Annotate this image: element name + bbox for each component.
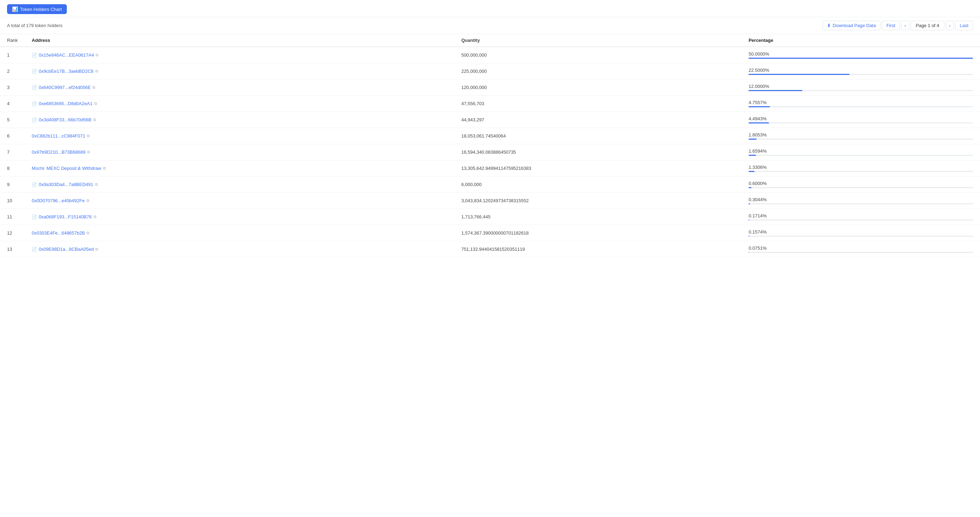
quantity-cell: 18,053,061.74540064 bbox=[454, 128, 741, 144]
copy-icon[interactable]: ⧉ bbox=[94, 215, 96, 219]
address-cell: 📄0x9cbEe17B...3aebBD2C8⧉ bbox=[25, 63, 454, 80]
column-quantity: Quantity bbox=[454, 34, 741, 47]
page-info: Page 1 of 4 bbox=[911, 21, 945, 30]
percentage-bar-fill bbox=[749, 252, 749, 253]
percentage-bar-bg bbox=[749, 90, 973, 91]
download-page-data-button[interactable]: ⬇ Download Page Data bbox=[822, 21, 880, 30]
last-page-button[interactable]: Last bbox=[955, 21, 973, 30]
prev-page-button[interactable]: ‹ bbox=[901, 21, 909, 30]
copy-icon[interactable]: ⧉ bbox=[87, 150, 90, 154]
first-page-button[interactable]: First bbox=[882, 21, 900, 30]
rank-cell: 1 bbox=[0, 47, 25, 63]
percentage-bar-bg bbox=[749, 171, 973, 172]
address-text: 0x0D070796...e40b492Fe bbox=[32, 198, 84, 203]
rank-cell: 2 bbox=[0, 63, 25, 80]
percentage-text: 0.6000% bbox=[749, 181, 973, 186]
percentage-bar-fill bbox=[749, 138, 757, 140]
address-text: 0xe6853695...D8d0A2eA1 bbox=[39, 101, 92, 106]
rank-cell: 12 bbox=[0, 225, 25, 241]
table-row: 2📄0x9cbEe17B...3aebBD2C8⧉225,000,00022.5… bbox=[0, 63, 980, 80]
address-text: 0x97b9D210...B73B68689 bbox=[32, 150, 86, 155]
column-address: Address bbox=[25, 34, 454, 47]
percentage-cell: 0.1714% bbox=[741, 209, 980, 225]
rank-cell: 11 bbox=[0, 209, 25, 225]
copy-icon[interactable]: ⧉ bbox=[92, 85, 95, 90]
rank-cell: 6 bbox=[0, 128, 25, 144]
copy-icon[interactable]: ⧉ bbox=[94, 101, 97, 106]
percentage-bar-fill bbox=[749, 74, 850, 75]
address-link[interactable]: 📄0xe6853695...D8d0A2eA1⧉ bbox=[32, 101, 97, 106]
rank-cell: 8 bbox=[0, 161, 25, 177]
contract-icon: 📄 bbox=[32, 85, 37, 90]
address-link[interactable]: 📄0x9a303Da4...7a8BED491⧉ bbox=[32, 182, 98, 187]
address-cell: 📄0x640C9997...ef24d056E⧉ bbox=[25, 80, 454, 95]
percentage-bar-bg bbox=[749, 252, 973, 253]
percentage-bar-fill bbox=[749, 155, 756, 156]
quantity-cell: 500,000,000 bbox=[454, 47, 741, 63]
percentage-text: 0.1574% bbox=[749, 229, 973, 235]
quantity-cell: 6,000,000 bbox=[454, 177, 741, 193]
address-link[interactable]: 📄0xa068F193...F15140B76⧉ bbox=[32, 214, 96, 220]
address-text: 0x9cbEe17B...3aebBD2C8 bbox=[39, 68, 93, 74]
percentage-cell: 1.8053% bbox=[741, 128, 980, 144]
address-link[interactable]: 📄0x3d408F33...66b70d56B⧉ bbox=[32, 117, 96, 122]
copy-icon[interactable]: ⧉ bbox=[87, 134, 90, 138]
next-page-button[interactable]: › bbox=[946, 21, 954, 30]
table-row: 11📄0xa068F193...F15140B76⧉1,713,766.4450… bbox=[0, 209, 980, 225]
contract-icon: 📄 bbox=[32, 69, 37, 74]
table-row: 4📄0xe6853695...D8d0A2eA1⧉47,556,7034.755… bbox=[0, 95, 980, 112]
percentage-bar-bg bbox=[749, 203, 973, 204]
percentage-text: 50.0000% bbox=[749, 51, 973, 57]
quantity-cell: 3,043,834.120249734738315552 bbox=[454, 193, 741, 209]
address-link[interactable]: 0x97b9D210...B73B68689⧉ bbox=[32, 150, 90, 155]
address-text: 0x3d408F33...66b70d56B bbox=[39, 117, 91, 122]
table-row: 120x0303E4Fe...648657b2B⧉1,574,367.39000… bbox=[0, 225, 980, 241]
copy-icon[interactable]: ⧉ bbox=[86, 231, 89, 235]
top-bar: 📊 Token Holders Chart bbox=[0, 0, 980, 17]
copy-icon[interactable]: ⧉ bbox=[103, 166, 106, 170]
address-link[interactable]: 📄0x9cbEe17B...3aebBD2C8⧉ bbox=[32, 68, 98, 74]
quantity-cell: 751,132.944041581520351119 bbox=[454, 241, 741, 258]
address-text: 0x9a303Da4...7a8BED491 bbox=[39, 182, 93, 187]
percentage-text: 4.4943% bbox=[749, 116, 973, 121]
table-row: 60xC882b111...cC984F071⧉18,053,061.74540… bbox=[0, 128, 980, 144]
address-link[interactable]: 📄0x09E98D1a...8CBaA05ed⧉ bbox=[32, 247, 98, 252]
table-row: 8Mochi: MEXC Deposit & Withdraw⧉13,305,6… bbox=[0, 161, 980, 177]
address-text: 0xa068F193...F15140B76 bbox=[39, 214, 91, 220]
address-link[interactable]: Mochi: MEXC Deposit & Withdraw⧉ bbox=[32, 165, 105, 171]
table-row: 13📄0x09E98D1a...8CBaA05ed⧉751,132.944041… bbox=[0, 241, 980, 258]
token-holders-chart-button[interactable]: 📊 Token Holders Chart bbox=[7, 4, 67, 14]
chart-button-label: Token Holders Chart bbox=[20, 7, 62, 12]
percentage-text: 1.6594% bbox=[749, 148, 973, 154]
percentage-bar-bg bbox=[749, 106, 973, 107]
copy-icon[interactable]: ⧉ bbox=[86, 198, 89, 203]
contract-icon: 📄 bbox=[32, 101, 37, 106]
percentage-bar-bg bbox=[749, 122, 973, 123]
address-link[interactable]: 0x0303E4Fe...648657b2B⧉ bbox=[32, 231, 89, 235]
percentage-bar-fill bbox=[749, 203, 750, 204]
percentage-cell: 1.6594% bbox=[741, 144, 980, 161]
address-cell: 📄0xe6853695...D8d0A2eA1⧉ bbox=[25, 95, 454, 112]
contract-icon: 📄 bbox=[32, 215, 37, 220]
copy-icon[interactable]: ⧉ bbox=[95, 53, 99, 57]
table-row: 70x97b9D210...B73B68689⧉16,594,340.08388… bbox=[0, 144, 980, 161]
copy-icon[interactable]: ⧉ bbox=[95, 247, 98, 251]
address-link[interactable]: 0xC882b111...cC984F071⧉ bbox=[32, 133, 90, 138]
address-link[interactable]: 📄0x640C9997...ef24d056E⧉ bbox=[32, 85, 95, 90]
rank-cell: 3 bbox=[0, 80, 25, 95]
address-link[interactable]: 0x0D070796...e40b492Fe⧉ bbox=[32, 198, 89, 203]
copy-icon[interactable]: ⧉ bbox=[93, 118, 96, 122]
address-text: 0x15e846AC...EEA0617A4 bbox=[39, 52, 94, 58]
contract-icon: 📄 bbox=[32, 182, 37, 187]
table-row: 100x0D070796...e40b492Fe⧉3,043,834.12024… bbox=[0, 193, 980, 209]
copy-icon[interactable]: ⧉ bbox=[95, 69, 98, 73]
copy-icon[interactable]: ⧉ bbox=[95, 182, 98, 187]
percentage-bar-fill bbox=[749, 58, 973, 59]
address-text: 0xC882b111...cC984F071 bbox=[32, 133, 85, 138]
percentage-bar-bg bbox=[749, 187, 973, 188]
percentage-cell: 0.0751% bbox=[741, 241, 980, 258]
address-link[interactable]: 📄0x15e846AC...EEA0617A4⧉ bbox=[32, 52, 99, 58]
percentage-text: 12.0000% bbox=[749, 84, 973, 89]
contract-icon: 📄 bbox=[32, 53, 37, 58]
percentage-text: 4.7557% bbox=[749, 100, 973, 105]
